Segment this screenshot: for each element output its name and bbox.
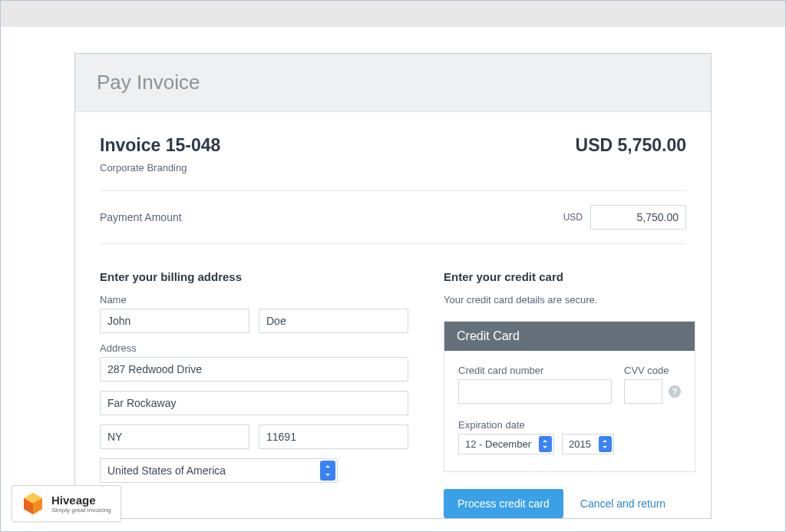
cc-secure-note: Your credit card details are secure. bbox=[444, 294, 695, 306]
zip-input[interactable] bbox=[259, 425, 408, 449]
hiveage-tagline: Simply great invoicing bbox=[51, 507, 111, 514]
cc-number-label: Credit card number bbox=[458, 365, 612, 376]
cc-number-group: Credit card number bbox=[458, 365, 612, 404]
country-select-value: United States of America bbox=[101, 459, 319, 482]
form-columns: Enter your billing address Name Address bbox=[100, 270, 686, 518]
help-icon[interactable]: ? bbox=[669, 385, 681, 398]
exp-year-value: 2015 bbox=[563, 435, 597, 454]
payment-amount-label: Payment Amount bbox=[100, 211, 182, 223]
first-name-input[interactable] bbox=[100, 309, 249, 333]
expiration-label: Expiration date bbox=[458, 419, 681, 431]
cancel-and-return-link[interactable]: Cancel and return bbox=[580, 497, 665, 510]
street-input[interactable] bbox=[100, 357, 408, 382]
last-name-input[interactable] bbox=[259, 309, 408, 333]
page-title: Pay Invoice bbox=[97, 71, 689, 94]
invoice-summary-left: Invoice 15-048 Corporate Branding bbox=[100, 135, 220, 173]
chevron-updown-icon bbox=[599, 436, 612, 452]
hiveage-brand-name: Hiveage bbox=[51, 494, 111, 506]
page-container: Pay Invoice Invoice 15-048 Corporate Bra… bbox=[1, 27, 785, 519]
address-label: Address bbox=[100, 342, 408, 354]
hiveage-logo-icon bbox=[21, 492, 45, 515]
card-body: Invoice 15-048 Corporate Branding USD 5,… bbox=[75, 112, 711, 518]
invoice-total: USD 5,750.00 bbox=[576, 135, 686, 156]
cc-number-input[interactable] bbox=[458, 379, 612, 404]
invoice-number: Invoice 15-048 bbox=[100, 135, 220, 156]
payment-amount-input[interactable] bbox=[590, 205, 686, 230]
payment-amount-row: Payment Amount USD bbox=[100, 191, 686, 244]
hiveage-badge[interactable]: Hiveage Simply great invoicing bbox=[12, 485, 121, 522]
hiveage-badge-text: Hiveage Simply great invoicing bbox=[51, 494, 111, 514]
name-label: Name bbox=[100, 294, 408, 306]
payment-amount-right: USD bbox=[563, 205, 686, 230]
action-row: Process credit card Cancel and return bbox=[444, 489, 695, 518]
exp-year-select[interactable]: 2015 bbox=[562, 434, 614, 454]
cc-heading: Enter your credit card bbox=[444, 270, 695, 283]
cvv-label: CVV code bbox=[624, 365, 681, 376]
invoice-description: Corporate Branding bbox=[100, 162, 220, 173]
process-credit-card-button[interactable]: Process credit card bbox=[444, 489, 563, 518]
payment-currency: USD bbox=[563, 212, 583, 223]
exp-month-select[interactable]: 12 - December bbox=[458, 434, 554, 454]
city-input[interactable] bbox=[100, 391, 408, 415]
credit-card-box-body: Credit card number CVV code ? bbox=[444, 351, 695, 471]
credit-card-box: Credit Card Credit card number CVV code bbox=[444, 321, 695, 472]
country-select[interactable]: United States of America bbox=[100, 458, 338, 483]
invoice-card: Pay Invoice Invoice 15-048 Corporate Bra… bbox=[74, 53, 712, 519]
billing-heading: Enter your billing address bbox=[100, 270, 408, 283]
chevron-updown-icon bbox=[539, 436, 552, 452]
card-header: Pay Invoice bbox=[75, 54, 711, 112]
cvv-input[interactable] bbox=[624, 379, 662, 404]
state-input[interactable] bbox=[100, 425, 249, 449]
billing-column: Enter your billing address Name Address bbox=[100, 270, 408, 518]
chevron-updown-icon bbox=[320, 461, 335, 481]
exp-month-value: 12 - December bbox=[459, 435, 537, 454]
invoice-summary: Invoice 15-048 Corporate Branding USD 5,… bbox=[100, 135, 686, 173]
cvv-group: CVV code ? bbox=[624, 365, 681, 404]
top-gray-band bbox=[1, 1, 785, 27]
credit-card-box-title: Credit Card bbox=[444, 322, 695, 351]
credit-card-column: Enter your credit card Your credit card … bbox=[444, 270, 695, 518]
